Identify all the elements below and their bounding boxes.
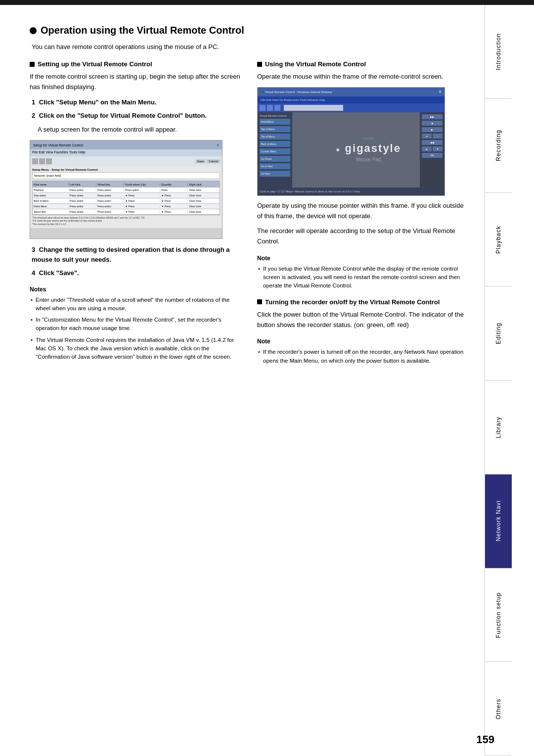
sidebar-label-function-setup: Function setup [495,592,502,638]
note-3: The Virtual Remote Control requires the … [30,336,242,362]
ss-network-row: Network: [input field] [32,172,220,179]
sidebar-playback: Playback [485,193,512,287]
ss-row-5: Select Item Press action Press action ▼ … [33,209,220,215]
ss-table: Row name Left click Wheel key Scroll whe… [32,181,220,215]
th-scroll: Scroll wheel (Up) [124,183,160,186]
step-4: 4 Click "Save". [32,268,242,278]
turning-note-section: Note If the recorder's power is turned o… [257,338,470,365]
rs-btn-6: Go Home [260,156,290,162]
ss-titlebar: Setup for Virtual Remote Control × [30,141,222,149]
rc-dn: ▼ [433,146,443,151]
notes-section: Notes Enter under "Threshold value of a … [30,286,242,362]
rs-btn-7: Go to Navi [260,163,290,169]
setup-screenshot: Setup for Virtual Remote Control × File … [30,140,222,239]
rc-btn-7: OK [422,153,443,158]
steps-list: 1 Click "Setup Menu" on the Main Menu. 2… [32,97,242,121]
rs-btn-5: Custom Menu [260,148,290,154]
right-heading: Using the Virtual Remote Control [257,60,470,68]
step-3-text: Change the setting to desired operation … [32,246,230,263]
page-title-text: Operation using the Virtual Remote Contr… [41,25,244,36]
step-1-text: Click "Setup Menu" on the Main Menu. [39,98,157,106]
step-2-text: Click on the "Setup for Virtual Remote C… [39,112,207,119]
rs-tb-3 [274,105,280,111]
heading-square-icon [30,62,35,67]
col-left: Setting up the Virtual Remote Control If… [30,60,242,368]
toolbar-icon-3 [46,158,52,164]
rs-toshiba-label: TOSHIBA [362,137,375,140]
heading-square-icon-2 [257,62,262,67]
rs-tb-1 [260,105,266,111]
rs-btn-8: Go Navi [260,171,290,177]
heading-square-icon-3 [257,299,262,304]
rs-address [284,105,343,111]
sidebar-editing: Editing [485,286,512,380]
sidebar-label-network-navi: Network Navi [495,500,502,541]
step-2: 2 Click on the "Setup for Virtual Remote… [32,111,242,121]
step-2-num: 2 [32,112,35,119]
ss-row-1: Playback Press action Press action Press… [33,188,220,193]
left-heading-text: Setting up the Virtual Remote Control [38,60,152,68]
rs-close: × [439,89,442,94]
rs-menubar: File Edit View Go Bookmarks Tools Window… [258,96,445,103]
intro-text: You can have remote control operations u… [32,43,470,50]
rc-btn-1: ▶▶ [422,114,443,119]
ss-footer: *The threshold value will set the items … [32,217,220,226]
step2-subtext: A setup screen for the remote control wi… [38,125,242,135]
note-1: Enter under "Threshold value of a scroll… [30,296,242,313]
right-note-title: Note [257,255,470,262]
recorder-text: The recorder will operate according to t… [257,226,470,247]
turning-note-title: Note [257,338,470,345]
rs-sidebar-title: Virtual Remote Control [260,114,290,117]
steps-3-4: 3 Change the setting to desired operatio… [32,245,242,278]
remote-screenshot: 📺 Virtual Remote Control - Windows Inter… [257,87,445,196]
page-body: Operation using the Virtual Remote Contr… [0,5,485,756]
two-col-layout: Setting up the Virtual Remote Control If… [30,60,470,368]
ss-row-2: Stop action Press action Press action ▼ … [33,193,220,198]
sidebar-library: Library [485,380,512,474]
rs-status-text: Click to play: 17.17 Mbps / Mouse contro… [260,190,360,193]
toolbar-icon-1 [32,158,38,164]
sidebar-introduction: Introduction [485,5,512,99]
rc-up: ▲ [422,146,432,151]
rc-btn-2: ■ [422,121,443,126]
col-right: Using the Virtual Remote Control Operate… [257,60,470,368]
ss-row-3: Back to Menu Press action Press action ▼… [33,198,220,204]
sidebar-function-setup: Function setup [485,568,512,662]
ss-close: × [217,143,219,147]
rs-body: Virtual Remote Control DirectMenu Top of… [258,112,445,188]
left-intro: If the remote control screen is starting… [30,72,242,93]
page-title: Operation using the Virtual Remote Contr… [30,25,470,36]
rc-btn-row: ● ○ [422,134,443,139]
ss-setup-label: Setup Menu - Setup for Virtual Remote Co… [32,168,220,171]
toolbar-btn1: Save [195,159,206,163]
right-heading-text: Using the Virtual Remote Control [265,60,366,68]
step-4-text: Click "Save". [39,269,79,277]
rs-btn-3: Top of Menu [260,134,290,140]
bullet-icon [30,27,37,34]
step-3-num: 3 [32,246,35,253]
operate-text: Operate by using the mouse pointer withi… [257,201,470,222]
rs-btn-4: Back to Menu [260,141,290,147]
right-note-text: If you setup the Virtual Remote Control … [257,265,470,290]
turning-heading-text: Turning the recorder on/off by the Virtu… [265,298,440,306]
rs-toolbar [258,103,445,112]
step-3: 3 Change the setting to desired operatio… [32,245,242,264]
step-4-num: 4 [32,269,35,277]
step-1: 1 Click "Setup Menu" on the Main Menu. [32,97,242,107]
turning-text: Click the power button of the Virtual Re… [257,310,470,331]
sidebar-label-introduction: Introduction [495,33,502,70]
rs-btn-2: Top of Menu [260,126,290,132]
sidebar-label-recording: Recording [495,130,502,161]
sidebar-label-playback: Playback [495,226,502,254]
notes-title: Notes [30,286,242,293]
right-sidebar: Introduction Recording Playback Editing … [485,5,512,756]
rs-btn-1: DirectMenu [260,119,290,125]
right-note-section: Note If you setup the Virtual Remote Con… [257,255,470,290]
th-left: Left click [69,183,96,186]
rs-titlebar: 📺 Virtual Remote Control - Windows Inter… [258,88,445,96]
th-right: Right click [188,183,220,186]
turning-heading: Turning the recorder on/off by the Virtu… [257,298,470,306]
rc-btn-5: ○ [433,134,443,139]
ss-table-header: Row name Left click Wheel key Scroll whe… [33,181,220,188]
rs-statusbar: Click to play: 17.17 Mbps / Mouse contro… [258,188,445,195]
